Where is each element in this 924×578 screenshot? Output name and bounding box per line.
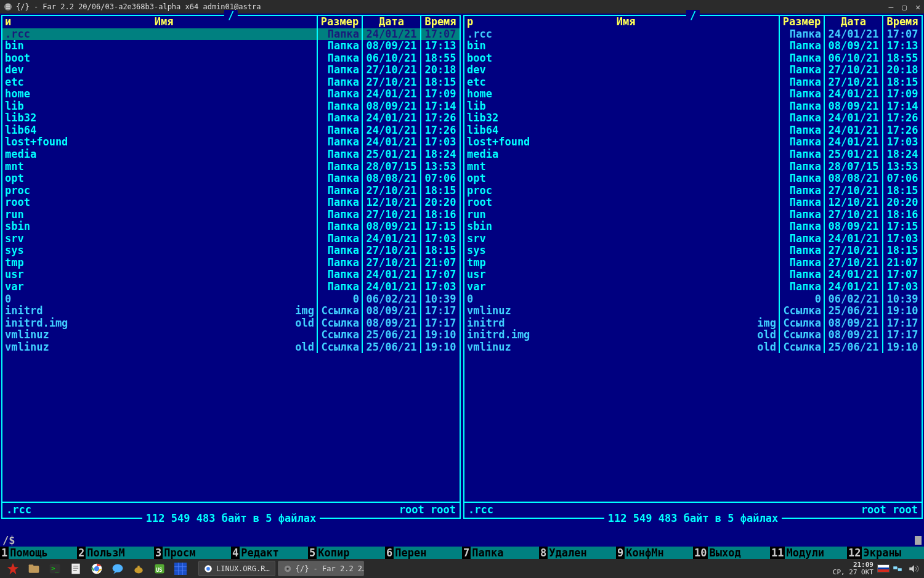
network-tray-icon[interactable] [892,563,903,574]
fkey-6[interactable]: 6Перен [385,547,462,559]
fkey-1[interactable]: 1Помощь [0,547,77,559]
editor-icon[interactable] [68,561,83,576]
file-row[interactable]: sysПапка27/10/2118:15 [2,245,460,257]
file-row[interactable]: devПапка27/10/2120:18 [464,64,922,76]
file-row[interactable]: initrd.imgoldСсылка08/09/2117:17 [2,317,460,330]
file-row[interactable]: bootПапка06/10/2118:55 [464,52,922,65]
file-row[interactable]: lib64Папка24/01/2117:26 [2,124,460,137]
file-row[interactable]: usrПапка24/01/2117:07 [464,269,922,281]
file-row[interactable]: lib32Папка24/01/2117:26 [464,112,922,124]
start-menu-icon[interactable] [6,561,20,576]
file-row[interactable]: mediaПапка25/01/2118:24 [464,149,922,161]
fkey-5[interactable]: 5Копир [308,547,385,559]
file-row[interactable]: procПапка27/10/2118:15 [464,185,922,197]
file-row[interactable]: varПапка24/01/2117:03 [2,281,460,293]
desktop-taskbar[interactable]: >_ US LINUX.ORG.R…{/} - Far 2.2 2… 21:09… [0,559,924,578]
file-row[interactable]: lost+foundПапка24/01/2117:03 [464,136,922,149]
file-row[interactable]: initrd.imgoldСсылка08/09/2117:17 [464,329,922,341]
fkey-8[interactable]: 8Удален [539,547,616,559]
file-row[interactable]: etcПапка27/10/2118:15 [464,76,922,89]
file-row[interactable]: etcПапка27/10/2118:15 [2,76,460,89]
col-name-header[interactable]: Имя [473,16,779,28]
col-name-header[interactable]: Имя [11,16,317,28]
blue-grid-icon[interactable] [173,561,188,576]
file-row[interactable]: sbinПапка08/09/2117:15 [464,221,922,233]
fkey-11[interactable]: 11Модули [770,547,847,559]
file-row[interactable]: initrdimgСсылка08/09/2117:17 [2,305,460,317]
left-panel[interactable]: / иИмя Размер Дата Время .rccПапка24/01/… [1,15,461,519]
file-row[interactable]: mntПапка28/07/1513:53 [2,161,460,173]
dosbox-icon[interactable]: US [152,561,167,576]
file-row[interactable]: runПапка27/10/2118:16 [464,209,922,221]
file-row[interactable]: binПапка08/09/2117:13 [2,40,460,52]
file-row[interactable]: vmlinuzСсылка25/06/2119:10 [464,305,922,317]
file-row[interactable]: vmlinuzСсылка25/06/2119:10 [2,329,460,341]
file-row[interactable]: rootПапка12/10/2120:20 [2,197,460,209]
file-row[interactable]: srvПапка24/01/2117:03 [2,233,460,245]
col-size-header[interactable]: Размер [780,16,825,28]
minimize-button[interactable]: — [889,2,894,12]
fkey-10[interactable]: 10Выход [693,547,770,559]
task-button[interactable]: LINUX.ORG.R… [198,561,275,576]
file-row[interactable]: vmlinuzoldСсылка25/06/2119:10 [2,341,460,354]
file-row[interactable]: vmlinuzoldСсылка25/06/2119:10 [464,341,922,354]
file-row[interactable]: srvПапка24/01/2117:03 [464,233,922,245]
file-row[interactable]: rootПапка12/10/2120:20 [464,197,922,209]
file-row[interactable]: .rccПапка24/01/2117:07 [464,28,922,41]
fkey-7[interactable]: 7Папка [462,547,539,559]
chat-icon[interactable] [110,561,125,576]
close-button[interactable]: ✕ [915,2,920,12]
fkey-2[interactable]: 2ПользМ [77,547,154,559]
file-row[interactable]: varПапка24/01/2117:03 [464,281,922,293]
file-manager-icon[interactable] [26,561,41,576]
file-row[interactable]: procПапка27/10/2118:15 [2,185,460,197]
col-date-header[interactable]: Дата [825,16,883,28]
fkey-9[interactable]: 9КонфМн [616,547,693,559]
col-size-header[interactable]: Размер [318,16,363,28]
file-row[interactable]: optПапка08/08/2107:06 [464,173,922,185]
file-row[interactable]: libПапка08/09/2117:14 [464,100,922,113]
file-row[interactable]: lost+foundПапка24/01/2117:03 [2,136,460,149]
file-row[interactable]: homeПапка24/01/2117:09 [464,88,922,100]
file-row[interactable]: lib64Папка24/01/2117:26 [464,124,922,137]
terminal-icon[interactable]: >_ [47,561,62,576]
file-row[interactable]: binПапка08/09/2117:13 [464,40,922,52]
file-row[interactable]: lib32Папка24/01/2117:26 [2,112,460,124]
fkey-4[interactable]: 4Редакт [231,547,308,559]
keyboard-layout-ru-icon[interactable] [877,564,890,572]
file-row[interactable]: sbinПапка08/09/2117:15 [2,221,460,233]
maximize-button[interactable]: ▢ [902,2,907,12]
file-row[interactable]: runПапка27/10/2118:16 [2,209,460,221]
file-row[interactable]: tmpПапка27/10/2121:07 [464,257,922,269]
fkey-3[interactable]: 3Просм [154,547,231,559]
file-row[interactable]: sysПапка27/10/2118:15 [464,245,922,257]
file-row[interactable]: optПапка08/08/2107:06 [2,173,460,185]
sort-indicator[interactable]: р [464,16,473,28]
file-row[interactable]: 0006/02/2110:39 [464,293,922,306]
right-panel-path[interactable]: / [686,10,700,22]
file-row[interactable]: homeПапка24/01/2117:09 [2,88,460,100]
left-panel-path[interactable]: / [224,10,238,22]
file-row[interactable]: .rccПапка24/01/2117:07 [2,28,460,41]
taskbar-clock[interactable]: 21:09 СР, 27 ОКТ [833,561,877,576]
task-button[interactable]: {/} - Far 2.2 2… [278,561,364,576]
file-row[interactable]: initrdimgСсылка08/09/2117:17 [464,317,922,330]
fkey-12[interactable]: 12Экраны [847,547,924,559]
file-row[interactable]: mediaПапка25/01/2118:24 [2,149,460,161]
col-time-header[interactable]: Время [883,16,922,28]
command-line[interactable]: /$ [0,534,924,547]
col-date-header[interactable]: Дата [363,16,421,28]
file-row[interactable]: libПапка08/09/2117:14 [2,100,460,113]
chrome-icon[interactable] [89,561,104,576]
file-row[interactable]: 0006/02/2110:39 [2,293,460,306]
file-row[interactable]: mntПапка28/07/1513:53 [464,161,922,173]
volume-tray-icon[interactable] [908,563,919,574]
col-time-header[interactable]: Время [421,16,460,28]
right-panel[interactable]: / рИмя Размер Дата Время .rccПапка24/01/… [463,15,923,519]
file-row[interactable]: usrПапка24/01/2117:07 [2,269,460,281]
teapot-icon[interactable] [131,561,146,576]
file-row[interactable]: devПапка27/10/2120:18 [2,64,460,76]
file-row[interactable]: bootПапка06/10/2118:55 [2,52,460,65]
file-row[interactable]: tmpПапка27/10/2121:07 [2,257,460,269]
sort-indicator[interactable]: и [2,16,11,28]
